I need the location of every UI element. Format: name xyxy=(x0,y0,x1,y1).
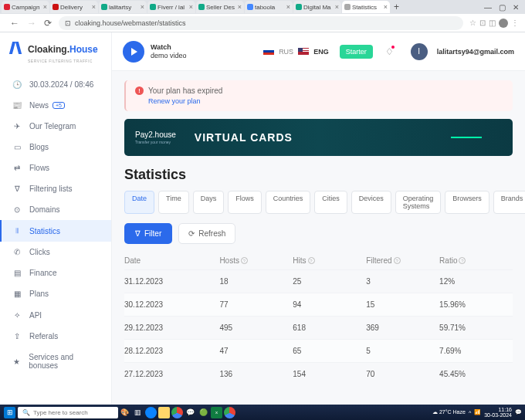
sidebar-item-plans[interactable]: ▦Plans xyxy=(0,283,111,304)
col-header[interactable]: Ratio ? xyxy=(439,256,513,265)
start-button[interactable]: ⊞ xyxy=(4,407,15,418)
new-tab-button[interactable]: + xyxy=(391,2,402,12)
sidebar-item-clicks[interactable]: ✆Clicks xyxy=(0,242,111,262)
tray-chevron-icon[interactable]: ^ xyxy=(469,410,471,415)
chip-devices[interactable]: Devices xyxy=(351,191,391,214)
chip-date[interactable]: Date xyxy=(124,191,154,214)
lang-rus[interactable]: RUS xyxy=(279,48,293,56)
tb-chrome-icon[interactable] xyxy=(171,407,183,418)
chip-brands[interactable]: Brands xyxy=(493,191,525,214)
avatar[interactable]: I xyxy=(411,43,428,60)
browser-tab[interactable]: lalitartsy× xyxy=(99,1,147,13)
browser-tab[interactable]: taboola× xyxy=(245,1,293,13)
tab-close-icon[interactable]: × xyxy=(189,3,193,11)
tb-edge-icon[interactable] xyxy=(145,407,157,418)
tb-taskview-icon[interactable]: ▥ xyxy=(132,407,144,418)
chip-operating-systems[interactable]: Operating Systems xyxy=(395,191,442,214)
tb-explorer-icon[interactable] xyxy=(158,407,170,418)
tab-close-icon[interactable]: × xyxy=(92,3,96,11)
tab-close-icon[interactable]: × xyxy=(141,3,144,11)
watch-video-button[interactable] xyxy=(123,41,144,63)
topbar: Watch demo video RUS ENG Starter ♢ I lal… xyxy=(112,32,525,71)
sidebar-item-label: News xyxy=(29,101,49,110)
plan-badge[interactable]: Starter xyxy=(340,45,373,59)
col-header[interactable]: Filtered ? xyxy=(366,256,439,265)
notification-dot-icon xyxy=(391,46,395,49)
sidebar-item-finance[interactable]: ▤Finance xyxy=(0,262,111,283)
sidebar-item-filtering-lists[interactable]: ∇Filtering lists xyxy=(0,178,111,199)
extensions-icon[interactable]: ⊡ xyxy=(479,19,486,27)
sidebar-item-label: API xyxy=(29,311,42,320)
sidebar-item-label: Referals xyxy=(29,332,58,340)
forward-button[interactable]: → xyxy=(23,18,40,29)
chip-days[interactable]: Days xyxy=(193,191,225,214)
profile-icon[interactable] xyxy=(499,19,508,28)
sidebar-item-label: Blogs xyxy=(29,143,49,151)
watch-video-label[interactable]: Watch demo video xyxy=(151,43,187,60)
tb-app3-icon[interactable]: 🟢 xyxy=(198,407,209,418)
browser-tab[interactable]: Delivery× xyxy=(50,1,98,13)
taskbar-search[interactable]: 🔍 Type here to search xyxy=(18,407,118,418)
bookmarks-icon[interactable]: ◫ xyxy=(489,19,496,27)
sidebar-item-domains[interactable]: ⊙Domains xyxy=(0,199,111,220)
menu-icon[interactable]: ⋮ xyxy=(511,19,519,27)
tab-close-icon[interactable]: × xyxy=(286,3,290,11)
window-close[interactable]: ✕ xyxy=(513,3,519,12)
back-button[interactable]: ← xyxy=(6,18,23,29)
browser-tab[interactable]: Statistics× xyxy=(342,1,390,13)
alert-title: Your plan has expired xyxy=(135,86,503,95)
sidebar-item-flows[interactable]: ⇄Flows xyxy=(0,158,111,178)
cell: 12% xyxy=(439,277,513,286)
tb-excel-icon[interactable]: x xyxy=(211,407,222,418)
tray-notifications-icon[interactable]: 💬 xyxy=(515,409,522,415)
browser-tab[interactable]: Digital Ma× xyxy=(293,1,341,13)
tray-wifi-icon[interactable]: 📶 xyxy=(474,409,481,415)
browser-tab[interactable]: Campaign× xyxy=(2,1,49,13)
browser-tab[interactable]: Seller Des× xyxy=(196,1,244,13)
chip-time[interactable]: Time xyxy=(158,191,189,214)
logo[interactable]: Cloaking.House xyxy=(0,32,111,60)
filter-button[interactable]: ∇Filter xyxy=(124,223,172,244)
renew-plan-link[interactable]: Renew your plan xyxy=(148,97,201,105)
weather-widget[interactable]: ☁ 27°C Haze xyxy=(432,409,466,415)
notifications-button[interactable]: ♢ xyxy=(385,46,394,57)
tab-favicon-icon xyxy=(198,4,205,10)
sidebar-item-services-and-bonuses[interactable]: ★Services and bonuses xyxy=(0,347,111,376)
tb-app-icon[interactable]: 🎨 xyxy=(119,407,130,418)
tab-close-icon[interactable]: × xyxy=(384,3,388,11)
promo-banner[interactable]: Pay2.house Transfer your money VIRTUAL C… xyxy=(124,119,513,156)
tab-close-icon[interactable]: × xyxy=(43,3,47,11)
sidebar-item-news[interactable]: 📰News+5 xyxy=(0,95,111,116)
chip-browsers[interactable]: Browsers xyxy=(445,191,489,214)
col-header[interactable]: Date xyxy=(124,256,219,265)
window-maximize[interactable]: ▢ xyxy=(499,3,506,12)
sidebar-item-referals[interactable]: ⇪Referals xyxy=(0,326,111,347)
sidebar-item-our-telegram[interactable]: ✈Our Telegram xyxy=(0,116,111,137)
col-header[interactable]: Hits ? xyxy=(293,256,366,265)
user-email[interactable]: lalitartsy94@gmail.com xyxy=(437,48,514,56)
tab-label: Delivery xyxy=(60,4,83,11)
refresh-button[interactable]: ⟳Refresh xyxy=(178,223,235,244)
tab-label: Digital Ma xyxy=(303,4,331,11)
sidebar-item--[interactable]: 🕒30.03.2024 / 08:46 xyxy=(0,74,111,95)
sidebar-item-api[interactable]: ⟡API xyxy=(0,304,111,326)
star-icon[interactable]: ☆ xyxy=(469,19,476,27)
window-minimize[interactable]: — xyxy=(484,3,492,12)
chip-countries[interactable]: Countries xyxy=(266,191,311,214)
col-header[interactable]: Hosts ? xyxy=(219,256,293,265)
cell: 27.12.2023 xyxy=(124,370,219,378)
tab-close-icon[interactable]: × xyxy=(238,3,242,11)
tab-close-icon[interactable]: × xyxy=(335,3,339,11)
chip-flows[interactable]: Flows xyxy=(228,191,262,214)
chip-cities[interactable]: Cities xyxy=(314,191,347,214)
reload-button[interactable]: ⟳ xyxy=(40,18,56,29)
sidebar-item-statistics[interactable]: ⫴Statistics xyxy=(0,220,111,242)
address-bar[interactable]: ⊡ cloaking.house/webmaster/statistics xyxy=(59,16,463,30)
tb-chrome2-icon[interactable] xyxy=(224,407,235,418)
tb-app2-icon[interactable]: 💬 xyxy=(185,407,196,418)
play-icon xyxy=(131,48,137,56)
sidebar-item-blogs[interactable]: ▭Blogs xyxy=(0,137,111,158)
lang-eng[interactable]: ENG xyxy=(313,48,329,56)
clock[interactable]: 11:16 30-03-2024 xyxy=(484,407,512,418)
browser-tab[interactable]: Fiverr / lal× xyxy=(147,1,195,13)
